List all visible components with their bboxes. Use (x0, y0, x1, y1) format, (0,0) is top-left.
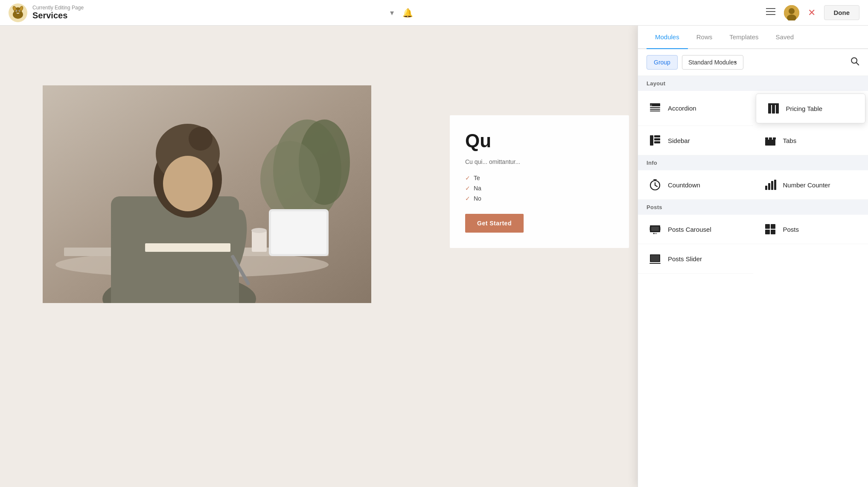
module-number-counter[interactable]: Number Counter (753, 170, 868, 200)
sidebar-icon (648, 134, 662, 147)
sidebar-label: Sidebar (668, 137, 690, 144)
page-dropdown-chevron[interactable]: ▾ (390, 8, 394, 17)
checklist-item: ✓ Te (465, 175, 614, 181)
hero-image (43, 85, 371, 303)
svg-rect-35 (271, 211, 326, 254)
posts-carousel-label: Posts Carousel (668, 226, 711, 233)
notification-bell-icon[interactable]: 🔔 (402, 8, 413, 18)
layout-modules-grid: Accordion Pricing Table (638, 91, 868, 155)
content-card: Qu Cu qui... omittantur... ✓ Te ✓ Na ✓ N… (450, 115, 629, 248)
tabs-icon (763, 134, 777, 147)
tab-modules[interactable]: Modules (647, 26, 688, 49)
check-icon: ✓ (465, 195, 470, 202)
checklist: ✓ Te ✓ Na ✓ No (465, 175, 614, 202)
accordion-label: Accordion (668, 105, 696, 112)
check-icon: ✓ (465, 175, 470, 181)
module-type-select[interactable]: Standard Modules Custom Modules (682, 55, 743, 70)
module-countdown[interactable]: Countdown (638, 170, 753, 200)
svg-point-70 (655, 233, 656, 234)
module-pricing-table[interactable]: Pricing Table (756, 93, 866, 123)
svg-rect-52 (654, 141, 660, 143)
hero-image-bg (43, 85, 371, 303)
svg-rect-43 (650, 111, 660, 111)
svg-line-59 (655, 185, 657, 187)
check-icon: ✓ (465, 185, 470, 192)
accordion-icon (648, 102, 662, 115)
group-button[interactable]: Group (647, 55, 678, 70)
svg-point-26 (163, 156, 213, 211)
modules-panel: Modules Rows Templates Saved Group Stand… (638, 26, 868, 487)
svg-rect-55 (773, 137, 776, 140)
panel-tabs: Modules Rows Templates Saved (638, 26, 868, 49)
svg-point-71 (656, 233, 657, 234)
svg-rect-74 (765, 230, 770, 234)
svg-point-33 (260, 141, 320, 218)
content-title: Qu (465, 131, 614, 151)
svg-rect-44 (650, 105, 652, 107)
number-counter-label: Number Counter (783, 181, 830, 189)
section-header-layout: Layout (638, 76, 868, 91)
svg-rect-51 (654, 138, 660, 140)
module-posts[interactable]: Posts (753, 215, 868, 244)
page-info: Currently Editing Page Services (32, 5, 385, 20)
user-avatar[interactable] (784, 5, 799, 20)
logo[interactable] (9, 3, 27, 22)
content-text: Cu qui... omittantur... (465, 157, 614, 166)
module-accordion[interactable]: Accordion (638, 91, 753, 126)
search-button[interactable] (850, 56, 859, 68)
topbar-right-actions: ✕ Done (766, 5, 860, 20)
close-icon[interactable]: ✕ (808, 7, 816, 18)
svg-point-25 (189, 127, 213, 151)
panel-body: Layout Accordion (638, 76, 868, 487)
svg-rect-48 (768, 103, 779, 105)
info-modules-grid: Countdown Number Counter (638, 170, 868, 200)
svg-rect-64 (774, 180, 776, 190)
svg-rect-49 (650, 135, 653, 146)
svg-rect-67 (650, 227, 651, 230)
posts-icon (763, 222, 777, 236)
section-header-posts: Posts (638, 200, 868, 215)
svg-rect-50 (654, 135, 660, 137)
module-sidebar[interactable]: Sidebar (638, 126, 753, 155)
tab-rows[interactable]: Rows (688, 26, 721, 49)
svg-rect-66 (651, 227, 659, 231)
svg-rect-72 (765, 224, 770, 229)
svg-rect-68 (659, 227, 661, 230)
tabs-label: Tabs (783, 137, 797, 144)
svg-rect-29 (252, 230, 267, 252)
posts-slider-icon (648, 252, 662, 265)
cta-button[interactable]: Get Started (465, 214, 524, 233)
module-posts-slider[interactable]: Posts Slider (638, 244, 753, 274)
svg-rect-42 (650, 109, 660, 110)
pricing-table-icon (766, 102, 780, 115)
svg-line-39 (856, 63, 859, 65)
module-tabs[interactable]: Tabs (753, 126, 868, 155)
checklist-item: ✓ No (465, 195, 614, 202)
section-header-info: Info (638, 155, 868, 170)
svg-rect-77 (651, 255, 659, 261)
posts-label: Posts (783, 226, 799, 233)
number-counter-icon (763, 178, 777, 192)
tab-saved[interactable]: Saved (767, 26, 803, 49)
pricing-table-label: Pricing Table (786, 105, 823, 112)
filter-row: Group Standard Modules Custom Modules (638, 49, 868, 76)
svg-rect-41 (650, 107, 660, 108)
posts-modules-grid: Posts Carousel Posts (638, 215, 868, 274)
svg-rect-75 (771, 230, 775, 234)
tab-templates[interactable]: Templates (721, 26, 767, 49)
svg-point-30 (251, 228, 267, 233)
topbar: Currently Editing Page Services ▾ 🔔 ✕ Do… (0, 0, 868, 26)
done-button[interactable]: Done (824, 5, 860, 20)
svg-rect-73 (771, 224, 775, 229)
posts-slider-label: Posts Slider (668, 255, 702, 262)
countdown-icon (648, 178, 662, 192)
posts-carousel-icon (648, 222, 662, 236)
svg-point-15 (789, 8, 795, 14)
module-posts-carousel[interactable]: Posts Carousel (638, 215, 753, 244)
svg-rect-36 (145, 243, 230, 252)
svg-rect-56 (765, 140, 775, 146)
list-icon[interactable] (766, 8, 775, 17)
svg-point-69 (653, 233, 655, 234)
svg-rect-53 (765, 137, 768, 140)
svg-rect-63 (771, 181, 773, 190)
